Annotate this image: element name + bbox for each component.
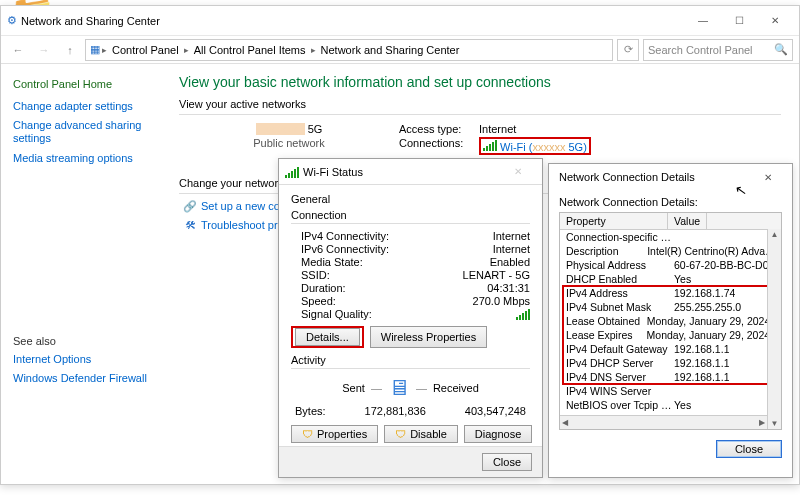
search-icon: 🔍: [774, 43, 788, 56]
bytes-recv: 403,547,248: [465, 405, 526, 417]
speed-value: 270.0 Mbps: [473, 295, 530, 307]
close-button[interactable]: ✕: [500, 162, 536, 182]
sidebar-link-sharing[interactable]: Change advanced sharing settings: [13, 119, 149, 145]
received-label: Received: [433, 382, 479, 394]
details-close-button[interactable]: Close: [716, 440, 782, 458]
property-cell: Connection-specific DN...: [566, 230, 674, 244]
network-type: Public network: [179, 137, 399, 149]
table-row[interactable]: Physical Address60-67-20-BB-BC-D0: [560, 258, 781, 272]
sidebar-link-media[interactable]: Media streaming options: [13, 152, 149, 165]
disable-button[interactable]: 🛡Disable: [384, 425, 458, 443]
wifi-close-button[interactable]: Close: [482, 453, 532, 471]
sidebar: Control Panel Home Change adapter settin…: [1, 64, 161, 484]
bytes-sent: 172,881,836: [365, 405, 426, 417]
activity-section: Activity: [291, 354, 530, 366]
signal-icon: [285, 166, 299, 178]
ipv4-conn-label: IPv4 Connectivity:: [301, 230, 389, 242]
wireless-properties-button[interactable]: Wireless Properties: [370, 326, 487, 348]
diagnose-button[interactable]: Diagnose: [464, 425, 532, 443]
computer-icon: 🖥: [388, 375, 410, 401]
ipv6-conn-label: IPv6 Connectivity:: [301, 243, 389, 255]
refresh-button[interactable]: ⟳: [617, 39, 639, 61]
table-row[interactable]: DescriptionIntel(R) Centrino(R) Advanced…: [560, 244, 781, 258]
wifi-connection-link[interactable]: Wi-Fi (xxxxxx 5G): [500, 141, 587, 153]
search-input[interactable]: Search Control Panel 🔍: [643, 39, 793, 61]
network-name: xxxxxx 5G: [179, 121, 399, 137]
access-type-value: Internet: [479, 123, 516, 135]
media-state-label: Media State:: [301, 256, 363, 268]
horizontal-scrollbar[interactable]: ◀▶: [560, 415, 767, 429]
vertical-scrollbar[interactable]: ▲▼: [767, 229, 781, 429]
main-window-title: Network and Sharing Center: [17, 15, 685, 27]
see-also-label: See also: [13, 335, 149, 347]
close-button[interactable]: ✕: [757, 11, 793, 31]
breadcrumb[interactable]: Network and Sharing Center: [318, 44, 463, 56]
highlight-box: [562, 285, 782, 385]
connections-label: Connections:: [399, 137, 479, 155]
bytes-label: Bytes:: [295, 405, 326, 417]
sent-label: Sent: [342, 382, 365, 394]
table-row[interactable]: IPv4 WINS Server: [560, 384, 781, 398]
conn-details-label: Network Connection Details:: [559, 196, 782, 208]
value-cell: Intel(R) Centrino(R) Advanced-N 6205: [647, 244, 781, 258]
forward-button[interactable]: →: [33, 39, 55, 61]
back-button[interactable]: ←: [7, 39, 29, 61]
property-cell: NetBIOS over Tcpip En...: [566, 398, 674, 412]
ipv4-conn-value: Internet: [493, 230, 530, 242]
ipv6-conn-value: Internet: [493, 243, 530, 255]
tab-general[interactable]: General: [291, 193, 530, 205]
maximize-button[interactable]: ☐: [721, 11, 757, 31]
value-cell: Yes: [674, 398, 691, 412]
signal-quality-label: Signal Quality:: [301, 308, 372, 320]
troubleshoot-icon: 🛠: [179, 219, 201, 231]
connection-section: Connection: [291, 209, 530, 221]
net-icon: ⚙: [7, 14, 17, 27]
table-row[interactable]: Connection-specific DN...: [560, 230, 781, 244]
sidebar-link-firewall[interactable]: Windows Defender Firewall: [13, 372, 149, 385]
setup-icon: 🔗: [179, 200, 201, 213]
duration-label: Duration:: [301, 282, 346, 294]
sidebar-link-inetopt[interactable]: Internet Options: [13, 353, 149, 366]
breadcrumb[interactable]: Control Panel: [109, 44, 182, 56]
col-value[interactable]: Value: [668, 213, 707, 229]
value-cell: 60-67-20-BB-BC-D0: [674, 258, 769, 272]
main-titlebar: ⚙ Network and Sharing Center — ☐ ✕: [1, 6, 799, 36]
table-row[interactable]: DHCP EnabledYes: [560, 272, 781, 286]
property-cell: DHCP Enabled: [566, 272, 674, 286]
col-property[interactable]: Property: [560, 213, 668, 229]
value-cell: Yes: [674, 272, 691, 286]
property-cell: IPv4 WINS Server: [566, 384, 674, 398]
up-button[interactable]: ↑: [59, 39, 81, 61]
conn-details-title: Network Connection Details: [555, 171, 750, 183]
table-row[interactable]: NetBIOS over Tcpip En...Yes: [560, 398, 781, 412]
breadcrumb[interactable]: All Control Panel Items: [191, 44, 309, 56]
sidebar-link-adapter[interactable]: Change adapter settings: [13, 100, 149, 113]
breadcrumb-box[interactable]: ▦ ▸ Control Panel ▸ All Control Panel It…: [85, 39, 613, 61]
search-placeholder: Search Control Panel: [648, 44, 753, 56]
details-table: Property Value Connection-specific DN...…: [559, 212, 782, 430]
details-button[interactable]: Details...: [295, 328, 360, 346]
signal-icon: [483, 139, 497, 151]
connection-details-dialog: Network Connection Details ✕ Network Con…: [548, 163, 793, 478]
minimize-button[interactable]: —: [685, 11, 721, 31]
media-state-value: Enabled: [490, 256, 530, 268]
wifi-status-dialog: Wi-Fi Status ✕ General Connection IPv4 C…: [278, 158, 543, 478]
wifi-status-title: Wi-Fi Status: [299, 166, 500, 178]
cursor-icon: ↖: [734, 181, 749, 199]
close-button[interactable]: ✕: [750, 167, 786, 187]
property-cell: Description: [566, 244, 647, 258]
ssid-value: LENART - 5G: [463, 269, 530, 281]
wifi-connection-highlight: Wi-Fi (xxxxxx 5G): [479, 137, 591, 155]
ssid-label: SSID:: [301, 269, 330, 281]
access-type-label: Access type:: [399, 123, 479, 135]
address-bar: ← → ↑ ▦ ▸ Control Panel ▸ All Control Pa…: [1, 36, 799, 64]
properties-button[interactable]: 🛡Properties: [291, 425, 378, 443]
page-heading: View your basic network information and …: [179, 74, 781, 90]
speed-label: Speed:: [301, 295, 336, 307]
control-panel-home[interactable]: Control Panel Home: [13, 78, 149, 90]
property-cell: Physical Address: [566, 258, 674, 272]
control-panel-icon: ▦: [90, 43, 100, 56]
duration-value: 04:31:31: [487, 282, 530, 294]
active-networks-label: View your active networks: [179, 98, 781, 110]
signal-icon: [516, 308, 530, 320]
